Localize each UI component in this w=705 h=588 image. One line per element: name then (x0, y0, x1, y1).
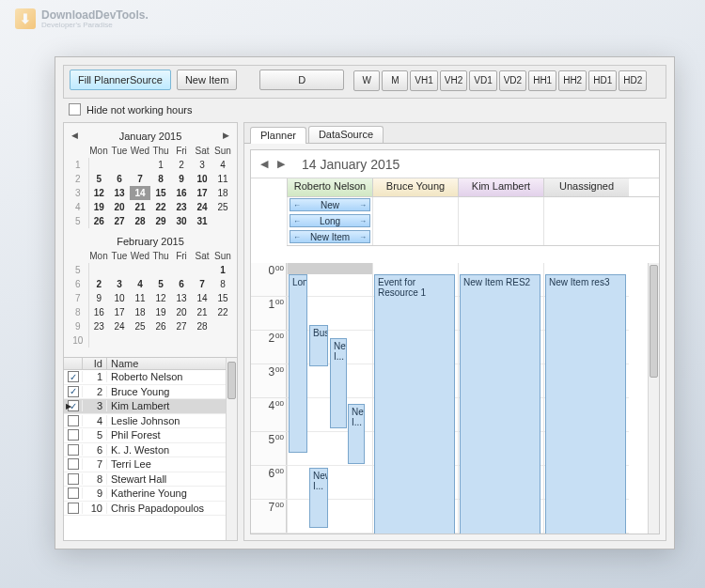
resource-list[interactable]: Id Name ✓1Roberto Nelson✓2Bruce Young▶✓3… (64, 357, 237, 540)
view-button-vd2[interactable]: VD2 (499, 70, 526, 91)
calendar-day[interactable]: 3 (109, 277, 130, 291)
calendar-day[interactable]: 1 (212, 263, 233, 277)
view-button-vd1[interactable]: VD1 (469, 70, 496, 91)
planner-column[interactable]: Lone...Bust...New I...New I...New I... (287, 263, 372, 534)
calendar-day[interactable]: 12 (88, 186, 109, 200)
tab-planner[interactable]: Planner (250, 127, 306, 144)
planner-column[interactable]: Event for Resource 1 (372, 263, 458, 534)
resource-scrollbar[interactable] (226, 358, 237, 540)
planner-column-header[interactable]: Roberto Nelson (287, 178, 372, 196)
view-button-m[interactable]: M (382, 70, 408, 91)
resource-row[interactable]: 5Phil Forest (64, 428, 237, 443)
calendar-day[interactable]: 13 (171, 291, 192, 305)
planner-column[interactable]: New Item res3 (543, 263, 629, 534)
cal-next-month-button[interactable]: ▶ (223, 131, 229, 140)
calendar-day[interactable]: 7 (130, 172, 150, 186)
calendar-day[interactable]: 9 (88, 291, 109, 305)
calendar-day[interactable]: 17 (109, 305, 130, 319)
calendar-day[interactable]: 27 (171, 319, 192, 333)
calendar-day[interactable]: 30 (171, 214, 192, 228)
calendar-day[interactable]: 2 (88, 277, 109, 291)
calendar-day[interactable]: 11 (130, 291, 150, 305)
resource-row[interactable]: ✓1Roberto Nelson (64, 370, 237, 385)
resource-checkbox[interactable] (68, 429, 79, 441)
resource-checkbox[interactable] (68, 503, 79, 514)
fill-plannersource-button[interactable]: Fill PlannerSource (70, 70, 171, 90)
resource-checkbox[interactable] (68, 473, 79, 485)
new-item-button[interactable]: New Item (177, 70, 237, 90)
calendar-day[interactable]: 10 (192, 172, 212, 186)
next-day-button[interactable]: ▶ (277, 158, 285, 170)
planner-scrollbar[interactable] (648, 263, 659, 534)
calendar-day[interactable]: 29 (150, 214, 171, 228)
calendar-day[interactable]: 3 (192, 158, 212, 172)
view-button-d[interactable]: D (259, 70, 344, 90)
calendar-day[interactable]: 4 (212, 158, 233, 172)
view-button-w[interactable]: W (353, 70, 380, 91)
calendar-day[interactable]: 24 (192, 200, 212, 214)
calendar-day[interactable]: 20 (109, 200, 130, 214)
calendar-day[interactable]: 20 (171, 305, 192, 319)
planner-column-header[interactable]: Unassigned (543, 178, 629, 196)
calendar-day[interactable]: 26 (150, 319, 171, 333)
calendar-day[interactable]: 18 (212, 186, 233, 200)
allday-event[interactable]: ←Long→ (290, 214, 370, 227)
allday-event[interactable]: ←New→ (290, 198, 370, 211)
calendar-day[interactable]: 28 (130, 214, 150, 228)
calendar-day[interactable]: 22 (150, 200, 171, 214)
calendar-day[interactable]: 6 (171, 277, 192, 291)
calendar-day[interactable]: 15 (150, 186, 171, 200)
prev-day-button[interactable]: ◀ (260, 158, 268, 170)
planner-event[interactable]: New I... (309, 468, 328, 528)
allday-event[interactable]: ←New Item→ (290, 230, 370, 243)
planner-event[interactable]: New Item RES2 (460, 274, 540, 534)
calendar-day[interactable]: 8 (150, 172, 171, 186)
resource-checkbox[interactable]: ✓ (68, 386, 79, 397)
resource-row[interactable]: ✓2Bruce Young (64, 385, 237, 400)
calendar-day[interactable]: 24 (109, 319, 130, 333)
planner-event[interactable]: New I... (348, 404, 365, 464)
header-name[interactable]: Name (107, 358, 237, 369)
view-button-vh2[interactable]: VH2 (440, 70, 467, 91)
planner-timegrid[interactable]: 000100200300400500600700800 Lone...Bust.… (251, 263, 659, 534)
calendar-day[interactable]: 25 (130, 319, 150, 333)
view-button-hh1[interactable]: HH1 (528, 70, 556, 91)
planner-event[interactable]: Event for Resource 1 (374, 274, 455, 534)
planner-event[interactable]: New I... (330, 338, 347, 428)
calendar-day[interactable]: 11 (212, 172, 233, 186)
view-button-hh2[interactable]: HH2 (558, 70, 587, 91)
resource-row[interactable]: 8Stewart Hall (64, 472, 237, 487)
calendar-day[interactable]: 10 (109, 291, 130, 305)
calendar-day[interactable]: 19 (88, 200, 109, 214)
planner-column-header[interactable]: Kim Lambert (458, 178, 543, 196)
view-button-hd1[interactable]: HD1 (588, 70, 617, 91)
calendar-day[interactable]: 22 (212, 305, 233, 319)
header-id[interactable]: Id (83, 358, 107, 369)
calendar-day[interactable]: 16 (88, 305, 109, 319)
calendar-day[interactable]: 26 (88, 214, 109, 228)
calendar-day[interactable]: 14 (192, 291, 212, 305)
resource-checkbox[interactable] (68, 415, 79, 426)
resource-row[interactable]: 7Terri Lee (64, 457, 237, 472)
calendar-day[interactable]: 21 (192, 305, 212, 319)
tab-datasource[interactable]: DataSource (308, 126, 384, 143)
calendar-day[interactable]: 5 (150, 277, 171, 291)
planner-event[interactable]: Bust... (309, 325, 328, 366)
calendar-day[interactable]: 4 (130, 277, 150, 291)
cal-prev-month-button[interactable]: ◀ (71, 131, 78, 140)
calendar-day[interactable]: 31 (192, 214, 212, 228)
calendar-day[interactable]: 19 (150, 305, 171, 319)
hide-hours-checkbox[interactable] (69, 103, 81, 116)
view-button-hd2[interactable]: HD2 (619, 70, 647, 91)
calendar-day[interactable]: 13 (109, 186, 130, 200)
calendar-day[interactable]: 12 (150, 291, 171, 305)
calendar-day[interactable]: 23 (88, 319, 109, 333)
calendar-day[interactable]: 21 (130, 200, 150, 214)
calendar-day[interactable]: 14 (130, 186, 150, 200)
planner-event[interactable]: Lone... (289, 274, 307, 453)
view-button-vh1[interactable]: VH1 (410, 70, 437, 91)
calendar-day[interactable]: 5 (88, 172, 109, 186)
calendar-day[interactable]: 27 (109, 214, 130, 228)
calendar-day[interactable]: 2 (171, 158, 192, 172)
resource-row[interactable]: 10Chris Papadopoulos (64, 502, 237, 517)
